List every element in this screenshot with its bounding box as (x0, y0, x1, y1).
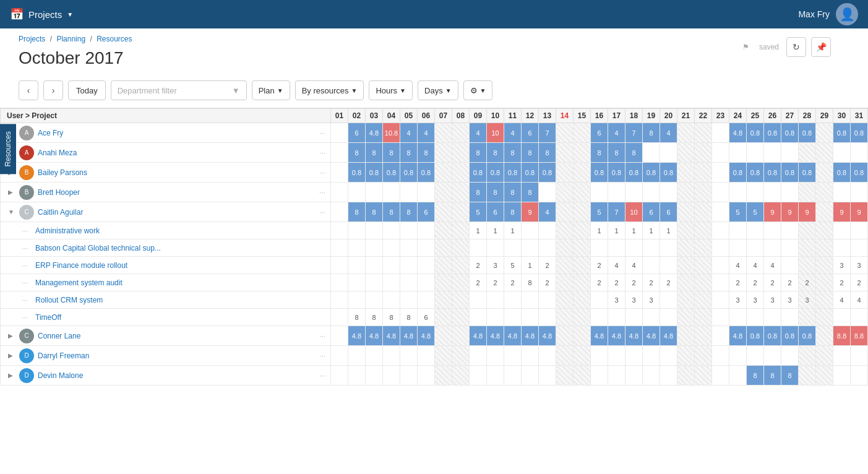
cell-day-05[interactable] (400, 366, 418, 386)
user-avatar[interactable]: 👤 (836, 3, 858, 25)
cell-day-07[interactable] (435, 346, 452, 366)
cell-day-06[interactable]: 6 (418, 202, 435, 222)
cell-day-03[interactable]: 8 (366, 143, 383, 163)
proj-cell-day-26[interactable]: 3 (764, 291, 781, 309)
cell-day-06[interactable] (418, 346, 435, 366)
breadcrumb-projects[interactable]: Projects (19, 35, 45, 43)
row-menu-dots[interactable]: ··· (22, 296, 28, 304)
proj-cell-day-28[interactable] (799, 309, 816, 326)
cell-day-01[interactable] (331, 366, 348, 386)
proj-cell-day-22[interactable] (695, 309, 712, 326)
cell-day-05[interactable] (400, 183, 418, 202)
proj-cell-day-05[interactable] (400, 274, 418, 291)
proj-cell-day-06[interactable] (418, 291, 435, 309)
cell-day-25[interactable] (747, 143, 764, 163)
cell-day-18[interactable] (625, 183, 643, 202)
cell-day-21[interactable] (677, 123, 695, 143)
proj-cell-day-06[interactable] (418, 257, 435, 274)
proj-cell-day-23[interactable] (712, 222, 729, 239)
cell-day-16[interactable] (591, 366, 608, 386)
row-menu-dots[interactable]: ··· (319, 371, 325, 380)
proj-cell-day-22[interactable] (695, 222, 712, 239)
proj-cell-day-30[interactable] (833, 309, 851, 326)
cell-day-10[interactable]: 6 (487, 202, 504, 222)
cell-day-06[interactable] (418, 366, 435, 386)
cell-day-14[interactable] (556, 183, 574, 202)
cell-day-15[interactable] (574, 183, 591, 202)
cell-day-14[interactable] (556, 346, 574, 366)
proj-cell-day-20[interactable] (660, 239, 677, 257)
cell-day-23[interactable] (712, 346, 729, 366)
cell-day-18[interactable] (625, 366, 643, 386)
cell-day-12[interactable]: 0.8 (522, 163, 539, 183)
proj-cell-day-09[interactable] (470, 239, 487, 257)
cell-day-15[interactable] (574, 366, 591, 386)
cell-day-13[interactable]: 0.8 (539, 163, 556, 183)
proj-cell-day-06[interactable]: 6 (418, 309, 435, 326)
proj-cell-day-24[interactable] (729, 222, 747, 239)
cell-day-13[interactable]: 7 (539, 123, 556, 143)
proj-cell-day-26[interactable] (764, 239, 781, 257)
cell-day-08[interactable] (452, 143, 470, 163)
proj-cell-day-21[interactable] (677, 274, 695, 291)
cell-day-25[interactable] (747, 183, 764, 202)
proj-cell-day-24[interactable]: 4 (729, 257, 747, 274)
proj-cell-day-02[interactable] (348, 257, 366, 274)
cell-day-22[interactable] (695, 183, 712, 202)
proj-cell-day-18[interactable]: 1 (625, 222, 643, 239)
cell-day-07[interactable] (435, 163, 452, 183)
cell-day-01[interactable] (331, 183, 348, 202)
cell-day-30[interactable]: 8.8 (833, 326, 851, 346)
cell-day-27[interactable]: 0.8 (781, 123, 799, 143)
proj-cell-day-26[interactable]: 2 (764, 274, 781, 291)
proj-cell-day-05[interactable] (400, 222, 418, 239)
cell-day-13[interactable]: 8 (539, 143, 556, 163)
dept-filter-input[interactable]: Department filter ▼ (111, 80, 247, 100)
cell-day-16[interactable]: 5 (591, 202, 608, 222)
cell-day-22[interactable] (695, 163, 712, 183)
proj-cell-day-31[interactable]: 3 (851, 257, 868, 274)
proj-cell-day-07[interactable] (435, 257, 452, 274)
cell-day-27[interactable] (781, 346, 799, 366)
cell-day-16[interactable]: 0.8 (591, 163, 608, 183)
cell-day-26[interactable] (764, 183, 781, 202)
cell-day-02[interactable]: 0.8 (348, 163, 366, 183)
cell-day-09[interactable] (470, 346, 487, 366)
cell-day-20[interactable] (660, 346, 677, 366)
proj-cell-day-03[interactable] (366, 291, 383, 309)
cell-day-29[interactable] (816, 163, 833, 183)
cell-day-25[interactable]: 0.8 (747, 123, 764, 143)
proj-cell-day-24[interactable] (729, 239, 747, 257)
cell-day-10[interactable]: 0.8 (487, 163, 504, 183)
proj-cell-day-13[interactable]: 2 (539, 257, 556, 274)
proj-cell-day-23[interactable] (712, 239, 729, 257)
cell-day-21[interactable] (677, 183, 695, 202)
cell-day-12[interactable]: 6 (522, 123, 539, 143)
proj-cell-day-30[interactable] (833, 239, 851, 257)
cell-day-08[interactable] (452, 183, 470, 202)
cell-day-18[interactable] (625, 346, 643, 366)
cell-day-26[interactable] (764, 143, 781, 163)
cell-day-16[interactable]: 4.8 (591, 326, 608, 346)
cell-day-03[interactable] (366, 183, 383, 202)
proj-cell-day-20[interactable] (660, 291, 677, 309)
cell-day-19[interactable]: 8 (643, 123, 660, 143)
cell-day-14[interactable] (556, 143, 574, 163)
proj-cell-day-20[interactable]: 2 (660, 274, 677, 291)
proj-cell-day-01[interactable] (331, 291, 348, 309)
cell-day-11[interactable]: 4.8 (504, 326, 522, 346)
row-menu-dots[interactable]: ··· (319, 149, 325, 157)
proj-cell-day-18[interactable]: 2 (625, 274, 643, 291)
cell-day-06[interactable] (418, 183, 435, 202)
proj-cell-day-03[interactable] (366, 222, 383, 239)
cell-day-04[interactable]: 0.8 (383, 163, 400, 183)
proj-cell-day-13[interactable] (539, 239, 556, 257)
cell-day-21[interactable] (677, 326, 695, 346)
cell-day-06[interactable]: 4.8 (418, 326, 435, 346)
proj-cell-day-09[interactable] (470, 291, 487, 309)
cell-day-09[interactable]: 5 (470, 202, 487, 222)
proj-cell-day-21[interactable] (677, 257, 695, 274)
cell-day-10[interactable]: 8 (487, 143, 504, 163)
cell-day-20[interactable] (660, 183, 677, 202)
proj-cell-day-10[interactable] (487, 291, 504, 309)
